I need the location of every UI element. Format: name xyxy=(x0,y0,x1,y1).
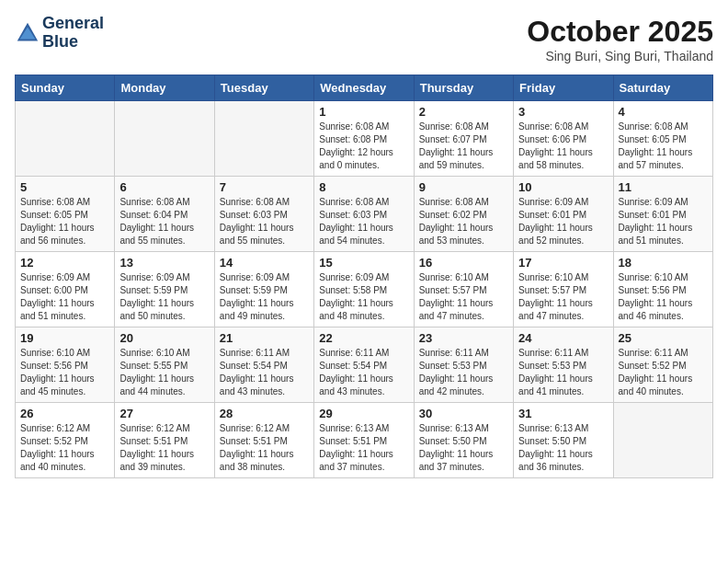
logo: General Blue xyxy=(15,15,104,52)
day-number: 17 xyxy=(518,256,608,270)
location-subtitle: Sing Buri, Sing Buri, Thailand xyxy=(527,49,713,63)
day-info: Sunrise: 6:12 AM Sunset: 5:52 PM Dayligh… xyxy=(20,422,109,474)
calendar-week-row: 19Sunrise: 6:10 AM Sunset: 5:56 PM Dayli… xyxy=(16,327,713,403)
day-info: Sunrise: 6:13 AM Sunset: 5:50 PM Dayligh… xyxy=(419,422,508,474)
day-number: 26 xyxy=(20,407,109,420)
day-info: Sunrise: 6:13 AM Sunset: 5:51 PM Dayligh… xyxy=(319,422,408,474)
calendar-week-row: 1Sunrise: 6:08 AM Sunset: 6:08 PM Daylig… xyxy=(16,101,713,177)
month-title: October 2025 xyxy=(527,15,713,49)
calendar-cell: 15Sunrise: 6:09 AM Sunset: 5:58 PM Dayli… xyxy=(314,252,414,327)
day-number: 30 xyxy=(419,407,508,420)
calendar-cell: 7Sunrise: 6:08 AM Sunset: 6:03 PM Daylig… xyxy=(214,177,313,252)
weekday-header-row: SundayMondayTuesdayWednesdayThursdayFrid… xyxy=(16,75,713,101)
day-number: 7 xyxy=(220,180,309,194)
day-info: Sunrise: 6:08 AM Sunset: 6:02 PM Dayligh… xyxy=(419,196,508,247)
calendar-cell: 18Sunrise: 6:10 AM Sunset: 5:56 PM Dayli… xyxy=(613,252,712,327)
day-info: Sunrise: 6:08 AM Sunset: 6:04 PM Dayligh… xyxy=(119,196,209,247)
day-info: Sunrise: 6:08 AM Sunset: 6:07 PM Dayligh… xyxy=(419,121,508,172)
day-number: 18 xyxy=(619,256,708,270)
calendar-cell: 31Sunrise: 6:13 AM Sunset: 5:50 PM Dayli… xyxy=(514,403,613,478)
day-info: Sunrise: 6:13 AM Sunset: 5:50 PM Dayligh… xyxy=(518,422,608,474)
weekday-header-saturday: Saturday xyxy=(613,75,712,101)
day-info: Sunrise: 6:10 AM Sunset: 5:57 PM Dayligh… xyxy=(419,271,508,323)
calendar-cell: 26Sunrise: 6:12 AM Sunset: 5:52 PM Dayli… xyxy=(16,403,115,478)
day-info: Sunrise: 6:11 AM Sunset: 5:52 PM Dayligh… xyxy=(619,347,708,398)
calendar-table: SundayMondayTuesdayWednesdayThursdayFrid… xyxy=(15,75,713,478)
weekday-header-tuesday: Tuesday xyxy=(214,75,313,101)
day-info: Sunrise: 6:10 AM Sunset: 5:56 PM Dayligh… xyxy=(20,347,109,398)
day-info: Sunrise: 6:12 AM Sunset: 5:51 PM Dayligh… xyxy=(220,422,309,474)
calendar-cell: 30Sunrise: 6:13 AM Sunset: 5:50 PM Dayli… xyxy=(414,403,513,478)
calendar-cell: 4Sunrise: 6:08 AM Sunset: 6:05 PM Daylig… xyxy=(613,101,712,177)
weekday-header-sunday: Sunday xyxy=(16,75,115,101)
day-number: 12 xyxy=(20,256,109,270)
logo-icon xyxy=(15,20,40,46)
calendar-cell: 8Sunrise: 6:08 AM Sunset: 6:03 PM Daylig… xyxy=(314,177,414,252)
day-number: 14 xyxy=(220,256,309,270)
calendar-cell: 24Sunrise: 6:11 AM Sunset: 5:53 PM Dayli… xyxy=(514,327,613,403)
day-number: 6 xyxy=(119,180,209,194)
day-info: Sunrise: 6:11 AM Sunset: 5:53 PM Dayligh… xyxy=(419,347,508,398)
calendar-cell: 9Sunrise: 6:08 AM Sunset: 6:02 PM Daylig… xyxy=(414,177,513,252)
day-number: 5 xyxy=(20,180,109,194)
day-number: 9 xyxy=(419,180,508,194)
calendar-cell: 3Sunrise: 6:08 AM Sunset: 6:06 PM Daylig… xyxy=(514,101,613,177)
day-info: Sunrise: 6:11 AM Sunset: 5:54 PM Dayligh… xyxy=(319,347,408,398)
day-info: Sunrise: 6:08 AM Sunset: 6:05 PM Dayligh… xyxy=(619,121,708,172)
calendar-week-row: 12Sunrise: 6:09 AM Sunset: 6:00 PM Dayli… xyxy=(16,252,713,327)
calendar-cell: 14Sunrise: 6:09 AM Sunset: 5:59 PM Dayli… xyxy=(214,252,313,327)
day-info: Sunrise: 6:09 AM Sunset: 6:01 PM Dayligh… xyxy=(518,196,608,247)
calendar-cell: 12Sunrise: 6:09 AM Sunset: 6:00 PM Dayli… xyxy=(16,252,115,327)
calendar-week-row: 26Sunrise: 6:12 AM Sunset: 5:52 PM Dayli… xyxy=(16,403,713,478)
day-info: Sunrise: 6:08 AM Sunset: 6:08 PM Dayligh… xyxy=(319,121,408,172)
calendar-week-row: 5Sunrise: 6:08 AM Sunset: 6:05 PM Daylig… xyxy=(16,177,713,252)
calendar-cell: 6Sunrise: 6:08 AM Sunset: 6:04 PM Daylig… xyxy=(115,177,214,252)
day-number: 16 xyxy=(419,256,508,270)
calendar-cell: 27Sunrise: 6:12 AM Sunset: 5:51 PM Dayli… xyxy=(115,403,214,478)
day-info: Sunrise: 6:11 AM Sunset: 5:54 PM Dayligh… xyxy=(220,347,309,398)
day-number: 31 xyxy=(518,407,608,420)
calendar-cell: 25Sunrise: 6:11 AM Sunset: 5:52 PM Dayli… xyxy=(613,327,712,403)
day-number: 20 xyxy=(119,331,209,345)
day-number: 15 xyxy=(319,256,408,270)
calendar-cell: 10Sunrise: 6:09 AM Sunset: 6:01 PM Dayli… xyxy=(514,177,613,252)
day-number: 21 xyxy=(220,331,309,345)
day-info: Sunrise: 6:09 AM Sunset: 5:59 PM Dayligh… xyxy=(220,271,309,323)
calendar-cell: 28Sunrise: 6:12 AM Sunset: 5:51 PM Dayli… xyxy=(214,403,313,478)
day-number: 27 xyxy=(119,407,209,420)
day-info: Sunrise: 6:09 AM Sunset: 6:00 PM Dayligh… xyxy=(20,271,109,323)
day-number: 19 xyxy=(20,331,109,345)
calendar-cell: 19Sunrise: 6:10 AM Sunset: 5:56 PM Dayli… xyxy=(16,327,115,403)
day-info: Sunrise: 6:10 AM Sunset: 5:57 PM Dayligh… xyxy=(518,271,608,323)
day-info: Sunrise: 6:08 AM Sunset: 6:05 PM Dayligh… xyxy=(20,196,109,247)
title-block: October 2025 Sing Buri, Sing Buri, Thail… xyxy=(527,15,713,63)
weekday-header-friday: Friday xyxy=(514,75,613,101)
calendar-cell: 5Sunrise: 6:08 AM Sunset: 6:05 PM Daylig… xyxy=(16,177,115,252)
day-number: 11 xyxy=(619,180,708,194)
calendar-cell: 22Sunrise: 6:11 AM Sunset: 5:54 PM Dayli… xyxy=(314,327,414,403)
logo-text: General Blue xyxy=(42,15,104,52)
day-number: 2 xyxy=(419,105,508,119)
day-info: Sunrise: 6:10 AM Sunset: 5:56 PM Dayligh… xyxy=(619,271,708,323)
weekday-header-wednesday: Wednesday xyxy=(314,75,414,101)
calendar-cell: 23Sunrise: 6:11 AM Sunset: 5:53 PM Dayli… xyxy=(414,327,513,403)
calendar-cell: 16Sunrise: 6:10 AM Sunset: 5:57 PM Dayli… xyxy=(414,252,513,327)
day-info: Sunrise: 6:09 AM Sunset: 5:58 PM Dayligh… xyxy=(319,271,408,323)
weekday-header-thursday: Thursday xyxy=(414,75,513,101)
calendar-cell xyxy=(613,403,712,478)
day-number: 10 xyxy=(518,180,608,194)
day-number: 4 xyxy=(619,105,708,119)
day-number: 24 xyxy=(518,331,608,345)
day-info: Sunrise: 6:10 AM Sunset: 5:55 PM Dayligh… xyxy=(119,347,209,398)
day-number: 22 xyxy=(319,331,408,345)
calendar-cell: 17Sunrise: 6:10 AM Sunset: 5:57 PM Dayli… xyxy=(514,252,613,327)
day-info: Sunrise: 6:09 AM Sunset: 6:01 PM Dayligh… xyxy=(619,196,708,247)
day-number: 25 xyxy=(619,331,708,345)
page-header: General Blue October 2025 Sing Buri, Sin… xyxy=(15,15,713,63)
calendar-cell xyxy=(16,101,115,177)
day-number: 8 xyxy=(319,180,408,194)
calendar-cell: 21Sunrise: 6:11 AM Sunset: 5:54 PM Dayli… xyxy=(214,327,313,403)
day-number: 13 xyxy=(119,256,209,270)
day-number: 29 xyxy=(319,407,408,420)
day-info: Sunrise: 6:09 AM Sunset: 5:59 PM Dayligh… xyxy=(119,271,209,323)
